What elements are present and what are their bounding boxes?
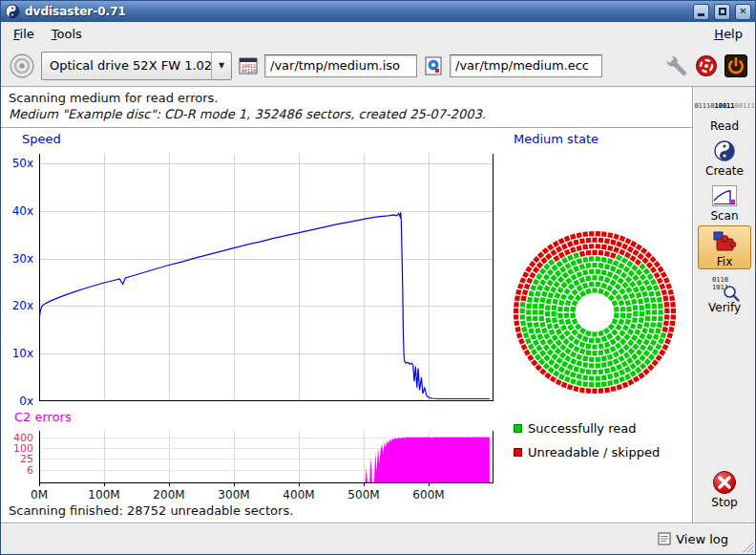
about-logo-button[interactable] [695,54,718,77]
view-log-button[interactable]: View log [652,528,734,549]
x-tick: 500M [343,488,385,502]
svg-text:00110: 00110 [242,68,256,74]
fix-button[interactable]: Fix [698,225,751,269]
main-drawing-area: Scanning medium for read errors. Medium … [1,87,692,524]
x-tick: 200M [148,488,190,502]
menu-tools[interactable]: Tools [43,24,91,44]
image-file-input[interactable] [264,54,417,77]
legend-read-row: Successfully read [514,421,636,436]
status-heading: Scanning medium for read errors. [9,91,218,105]
resize-grip[interactable] [741,540,754,553]
minimize-icon [698,13,704,16]
action-sidebar: 01110 10011 00111 Read Create [692,87,755,524]
medium-state-disc [510,227,680,397]
menu-file[interactable]: File [5,24,43,44]
close-icon: ✕ [739,6,746,16]
legend-skipped-row: Unreadable / skipped [514,445,660,459]
speed-chart [39,154,494,401]
c2-ytick: 6 [1,464,33,477]
app-window: dvdisaster-0.71 ✕ File Tools Help Optica… [0,0,756,555]
fix-button-label: Fix [699,255,750,268]
x-tick: 300M [213,488,255,502]
image-file-icon: 10011 00110 [238,55,259,76]
maximize-button[interactable] [714,4,730,20]
power-icon [724,54,747,77]
bottom-statusbar: View log [1,523,755,554]
speed-ytick: 20x [1,299,33,312]
binary-read-icon: 01110 10011 00111 [698,93,751,119]
speed-ytick: 30x [1,252,33,266]
window-title: dvdisaster-0.71 [25,5,688,18]
puzzle-fix-icon [699,228,750,255]
disc-drive-icon [9,53,35,79]
read-button[interactable]: 01110 10011 00111 Read [698,91,751,133]
ecc-file-input[interactable] [450,54,602,77]
view-log-label: View log [676,532,728,546]
speed-ytick: 50x [1,157,33,170]
ecc-file-button[interactable] [423,55,444,76]
x-tick: 600M [408,488,450,502]
scan-chart-icon [698,182,751,209]
speed-ytick: 40x [1,204,33,218]
chevron-down-icon: ▼ [212,61,231,70]
legend-read-label: Successfully read [528,421,636,436]
close-button[interactable]: ✕ [735,4,751,20]
header-separator [1,127,692,129]
speed-ytick: 10x [1,347,33,360]
quit-button[interactable] [724,54,747,77]
scan-button[interactable]: Scan [698,181,751,223]
magnifier-icon [723,285,740,302]
magnifier-verify-icon: 0110 1011 [698,274,751,301]
legend-read-swatch [514,424,522,433]
ecc-file-icon [423,55,444,76]
toolbar-right-group [665,54,747,77]
x-tick: 0M [18,488,60,502]
stop-button-label: Stop [698,496,751,509]
medium-info-line: Medium "Example disc": CD-R mode 1, 3524… [9,107,486,121]
app-icon[interactable] [5,4,20,19]
create-button-label: Create [698,164,751,178]
c2-errors-chart [39,431,494,487]
wrench-icon [665,54,688,77]
drive-button[interactable] [9,53,35,79]
dvdisaster-logo-icon [695,54,718,77]
read-button-label: Read [698,119,751,133]
yin-yang-icon [698,138,751,164]
x-tick: 100M [83,488,125,502]
medium-state-title: Medium state [514,132,598,146]
image-file-button[interactable]: 10011 00110 [238,55,259,76]
maximize-icon [719,8,726,15]
legend-skipped-label: Unreadable / skipped [528,445,660,459]
x-tick: 400M [278,488,320,502]
menu-help[interactable]: Help [705,24,751,44]
menubar: File Tools Help [1,22,755,45]
toolbar: Optical drive 52X FW 1.02 ▼ 10011 00110 [1,45,755,87]
log-icon [658,532,671,545]
drive-select-value: Optical drive 52X FW 1.02 [42,58,211,73]
create-button[interactable]: Create [698,136,751,178]
scan-button-label: Scan [698,209,751,223]
verify-button[interactable]: 0110 1011 Verify [698,272,751,314]
c2-chart-title: C2 errors [14,410,72,424]
drive-select-combo[interactable]: Optical drive 52X FW 1.02 ▼ [41,52,232,80]
verify-button-label: Verify [698,301,751,314]
stop-button[interactable]: Stop [698,467,751,509]
legend-skipped-swatch [514,448,522,457]
speed-ytick: 0x [1,395,33,408]
preferences-button[interactable] [665,54,688,77]
minimize-button[interactable] [693,4,709,20]
speed-chart-title: Speed [22,132,61,146]
titlebar: dvdisaster-0.71 ✕ [1,1,755,22]
scan-result-line: Scanning finished: 28752 unreadable sect… [9,503,293,518]
stop-icon [698,469,751,496]
